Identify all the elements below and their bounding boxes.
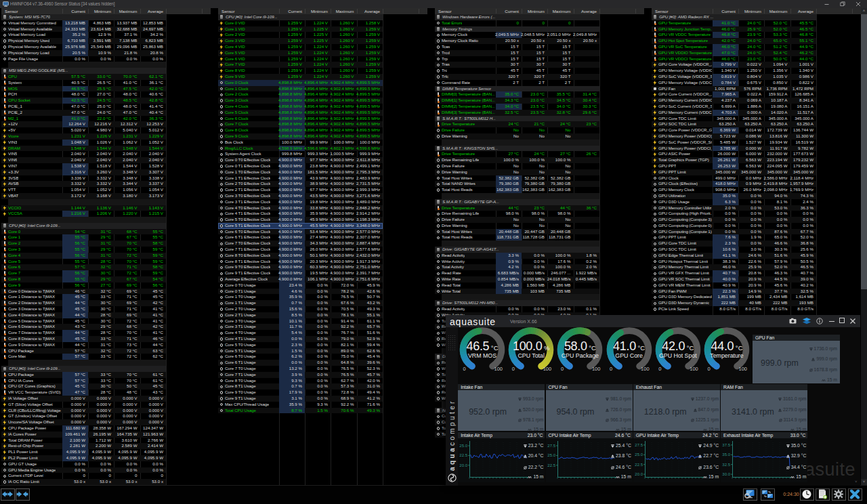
svg-text:35.0: 35.0 xyxy=(722,453,730,457)
svg-text:25.0: 25.0 xyxy=(460,444,468,448)
svg-text:20.0: 20.0 xyxy=(460,463,468,467)
svg-text:30.0: 30.0 xyxy=(722,472,730,476)
svg-text:22.5: 22.5 xyxy=(635,463,643,467)
svg-text:22.5: 22.5 xyxy=(547,463,555,467)
svg-text:25.0: 25.0 xyxy=(547,454,555,458)
svg-text:37.5: 37.5 xyxy=(722,443,730,447)
svg-text:aquacomputer: aquacomputer xyxy=(448,399,456,471)
svg-text:20.0: 20.0 xyxy=(635,472,643,476)
svg-text:22.5: 22.5 xyxy=(460,454,468,458)
svg-text:27.5: 27.5 xyxy=(547,444,555,448)
svg-text:25.0: 25.0 xyxy=(635,453,643,457)
svg-text:32.5: 32.5 xyxy=(722,463,730,467)
svg-text:27.5: 27.5 xyxy=(635,443,643,447)
